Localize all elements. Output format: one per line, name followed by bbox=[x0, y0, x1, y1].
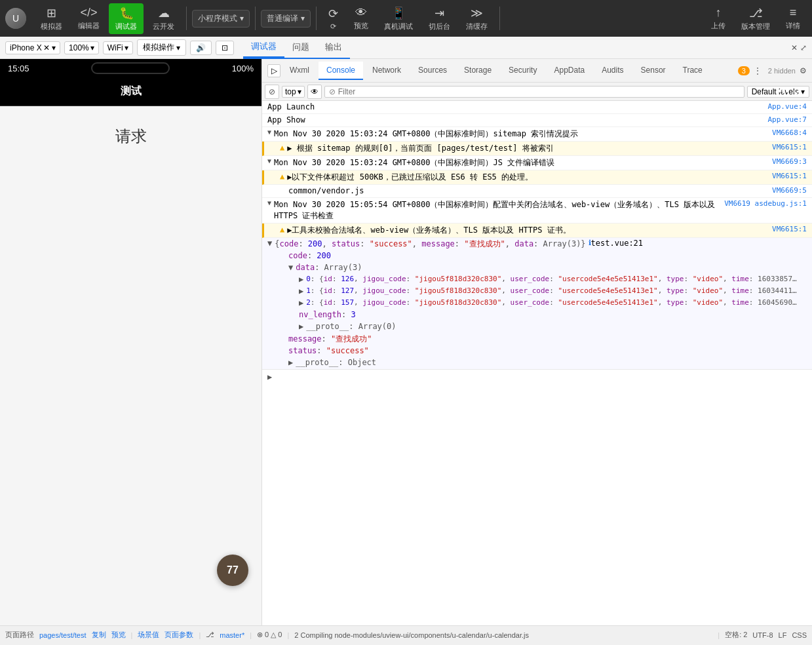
simulator-btn[interactable]: ⊞ 模拟器 bbox=[34, 3, 69, 34]
mode-select[interactable]: 小程序模式 ▾ bbox=[192, 10, 250, 28]
warn-icon3: ▲ bbox=[280, 225, 284, 234]
tab-network[interactable]: Network bbox=[364, 62, 409, 80]
compiling-status: 2 Compiling node-modules/uview-ui/compon… bbox=[294, 631, 712, 639]
clear-cache-btn[interactable]: ≫ 清缓存 bbox=[459, 3, 494, 34]
version-btn[interactable]: ⎇ 版本管理 bbox=[735, 3, 777, 34]
issues-tab[interactable]: 问题 bbox=[284, 37, 317, 57]
obj-item0[interactable]: ▶ 0: {id: 126, jigou_code: "jigou5f818d3… bbox=[262, 274, 812, 286]
obj-code-line: code: 200 bbox=[262, 250, 812, 262]
branch-label[interactable]: master* bbox=[220, 631, 244, 639]
tab-appdata[interactable]: AppData bbox=[546, 62, 592, 80]
tab-console[interactable]: Console bbox=[319, 62, 363, 80]
obj-data-expand[interactable]: ▼ data: Array(3) bbox=[262, 262, 812, 274]
sep4 bbox=[499, 7, 500, 30]
console-top-select[interactable]: top ▾ bbox=[282, 86, 305, 98]
expand-triangle-item2[interactable]: ▶ bbox=[299, 298, 303, 307]
zoom-select[interactable]: 100% ▾ bbox=[64, 41, 99, 54]
detail-btn[interactable]: ≡ 详情 bbox=[779, 3, 807, 33]
phone-battery: 100% bbox=[232, 64, 254, 73]
upload-btn[interactable]: ↑ 上传 bbox=[705, 3, 732, 33]
console-line-warn1: ▲ ▶ 根据 sitemap 的规则[0]，当前页面 [pages/test/t… bbox=[262, 142, 812, 156]
tab-trace[interactable]: Trace bbox=[675, 62, 710, 80]
path-value[interactable]: pages/test/test bbox=[39, 631, 87, 639]
expand-triangle-proto-obj[interactable]: ▶ bbox=[288, 358, 293, 367]
obj-item1[interactable]: ▶ 1: {id: 127, jigou_code: "jigou5f818d3… bbox=[262, 286, 812, 298]
expand-arrow[interactable]: ▼ bbox=[267, 157, 271, 165]
output-tab[interactable]: 输出 bbox=[317, 37, 350, 57]
file-link[interactable]: App.vue:7 bbox=[767, 115, 807, 124]
cursor-line[interactable]: ▶ bbox=[262, 370, 812, 384]
obj-item2[interactable]: ▶ 2: {id: 157, jigou_code: "jigou5f818d3… bbox=[262, 298, 812, 309]
phone-nav-dots[interactable]: ••• bbox=[778, 85, 789, 98]
obj-proto-obj[interactable]: ▶ __proto__: Object bbox=[262, 357, 812, 369]
phone-nav-record[interactable]: ⊙ bbox=[793, 85, 802, 98]
console-clear-btn[interactable]: ⊘ bbox=[265, 85, 279, 99]
obj-root-line[interactable]: ▼ {code: 200, status: "success", message… bbox=[262, 238, 812, 250]
devtools-play-btn[interactable]: ▷ bbox=[267, 64, 280, 77]
phone-simulator: 15:05 100% 测试 ••• ⊙ 请求 77 bbox=[0, 59, 262, 625]
tab-wxml[interactable]: Wxml bbox=[282, 62, 317, 80]
copy-btn[interactable]: 复制 bbox=[92, 630, 106, 640]
tab-security[interactable]: Security bbox=[501, 62, 545, 80]
lf-label: LF bbox=[779, 631, 787, 639]
backend-btn[interactable]: ⇥ 切后台 bbox=[422, 3, 457, 34]
tab-storage[interactable]: Storage bbox=[456, 62, 499, 80]
preview-btn-status[interactable]: 预览 bbox=[111, 630, 126, 640]
screen-btn[interactable]: ⊡ bbox=[216, 41, 234, 55]
file-link[interactable]: App.vue:4 bbox=[767, 102, 807, 111]
file-link[interactable]: VM6619 asdebug.js:1 bbox=[724, 199, 807, 208]
devtools-settings[interactable]: ⚙ bbox=[800, 66, 807, 75]
refresh-btn[interactable]: ⟳ ⟳ bbox=[322, 4, 345, 33]
file-link[interactable]: VM6615:1 bbox=[772, 143, 807, 151]
editor-btn[interactable]: </> 编辑器 bbox=[71, 3, 106, 33]
avatar[interactable]: U bbox=[5, 8, 26, 29]
preview-btn[interactable]: 👁 预览 bbox=[347, 3, 375, 33]
tab-audits[interactable]: Audits bbox=[594, 62, 631, 80]
expand-panel-icon[interactable]: ⤢ bbox=[800, 43, 807, 52]
expand-arrow3[interactable]: ▼ bbox=[267, 199, 271, 206]
sound-btn[interactable]: 🔊 bbox=[190, 41, 212, 55]
file-link[interactable]: VM6615:1 bbox=[772, 172, 807, 180]
obj-file-link[interactable]: test.vue:21 bbox=[591, 239, 643, 248]
filter-input[interactable] bbox=[338, 87, 740, 96]
debug-icon: 🐛 bbox=[119, 6, 134, 20]
compile-select[interactable]: 普通编译 ▾ bbox=[261, 10, 311, 28]
expand-triangle-proto-arr[interactable]: ▶ bbox=[299, 322, 303, 331]
obj-proto-array[interactable]: ▶ __proto__: Array(0) bbox=[262, 321, 812, 333]
real-debug-btn[interactable]: 📱 真机调试 bbox=[377, 3, 419, 34]
tab-sources[interactable]: Sources bbox=[410, 62, 455, 80]
version-icon: ⎇ bbox=[749, 6, 763, 20]
obj-length: nv_length: 3 bbox=[262, 309, 812, 321]
scene-btn[interactable]: 场景值 bbox=[138, 630, 159, 640]
sep2 bbox=[255, 7, 256, 30]
chevron-icon: ▾ bbox=[240, 14, 244, 23]
console-output[interactable]: App Launch App.vue:4 App Show App.vue:7 … bbox=[262, 101, 812, 625]
error-status: ⊗ 0 △ 0 bbox=[257, 631, 282, 639]
expand-triangle-item1[interactable]: ▶ bbox=[299, 286, 303, 296]
expand-triangle-item0[interactable]: ▶ bbox=[299, 275, 303, 284]
expand-arrow[interactable]: ▼ bbox=[267, 128, 271, 136]
device-select[interactable]: iPhone X ✕ ▾ bbox=[5, 41, 60, 54]
expand-triangle-data[interactable]: ▼ bbox=[288, 263, 293, 272]
devtools-more[interactable]: ⋮ bbox=[754, 66, 762, 75]
sim-ops-btn[interactable]: 模拟操作 ▾ bbox=[137, 39, 186, 56]
debug-panel-tab[interactable]: 调试器 bbox=[243, 37, 284, 58]
file-link[interactable]: VM6615:1 bbox=[772, 225, 807, 233]
file-link[interactable]: VM6669:3 bbox=[772, 157, 807, 166]
phone-debug-icon: 📱 bbox=[391, 6, 406, 20]
console-input[interactable] bbox=[275, 372, 807, 381]
path-label: 页面路径 bbox=[5, 630, 34, 640]
debug-btn[interactable]: 🐛 调试器 bbox=[109, 3, 144, 34]
eye-toggle[interactable]: 👁 bbox=[307, 85, 322, 99]
cloud-btn[interactable]: ☁ 云开发 bbox=[146, 3, 181, 34]
close-panel-icon[interactable]: ✕ bbox=[791, 43, 798, 52]
network-select[interactable]: WiFi ▾ bbox=[103, 41, 133, 54]
float-circle[interactable]: 77 bbox=[217, 555, 248, 586]
page-params-btn[interactable]: 页面参数 bbox=[164, 630, 193, 640]
console-filter[interactable]: ⊘ bbox=[324, 86, 744, 98]
expand-triangle-root[interactable]: ▼ bbox=[267, 239, 272, 248]
obj-message: message: "查找成功" bbox=[262, 333, 812, 345]
file-link[interactable]: VM6669:5 bbox=[772, 186, 807, 195]
tab-sensor[interactable]: Sensor bbox=[633, 62, 674, 80]
file-link[interactable]: VM6668:4 bbox=[772, 128, 807, 137]
